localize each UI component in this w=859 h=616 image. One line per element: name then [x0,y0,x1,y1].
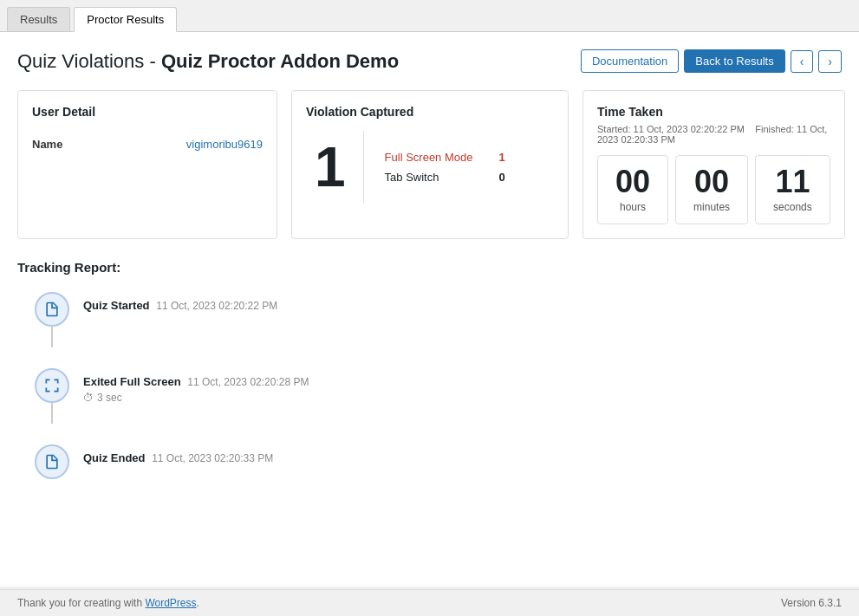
tabs-bar: Results Proctor Results [0,0,859,32]
time-minutes-label: minutes [693,201,730,213]
timeline-icon-wrap-1 [35,292,69,347]
time-taken-card-title: Time Taken [597,105,830,119]
fullscreen-label: Full Screen Mode [385,151,473,164]
started-value: 11 Oct, 2023 02:20:22 PM [634,124,745,134]
time-taken-card: Time Taken Started: 11 Oct, 2023 02:20:2… [582,90,845,239]
cards-row: User Detail Name vigimoribu9619 Violatio… [17,90,842,239]
time-seconds-value: 11 [773,166,812,198]
time-meta: Started: 11 Oct, 2023 02:20:22 PM Finish… [597,124,830,145]
timeline-content-2: Exited Full Screen 11 Oct, 2023 02:20:28… [83,368,309,404]
finished-label: Finished: [755,124,794,134]
fullscreen-count: 1 [498,151,504,164]
wordpress-link[interactable]: WordPress [145,597,196,609]
quiz-started-time: 11 Oct, 2023 02:20:22 PM [156,300,277,312]
exited-fullscreen-duration: ⏱ 3 sec [83,392,309,404]
quiz-ended-icon [35,444,69,479]
footer: Thank you for creating with WordPress. V… [0,589,859,616]
version-text: Version 6.3.1 [781,597,842,609]
user-name-row: Name vigimoribu9619 [32,131,263,158]
time-hours-label: hours [615,201,650,213]
quiz-started-icon [35,292,69,327]
timeline-line-1 [51,327,53,347]
started-label: Started: [597,124,631,134]
page-title: Quiz Violations - Quiz Proctor Addon Dem… [17,50,399,73]
tab-proctor-results[interactable]: Proctor Results [74,7,177,32]
exited-fullscreen-event: Exited Full Screen 11 Oct, 2023 02:20:28… [83,375,309,388]
violation-count: 1 [306,131,364,204]
footer-text: Thank you for creating with WordPress. [17,597,199,609]
tabswitch-count: 0 [498,171,504,184]
violation-fullscreen: Full Screen Mode 1 [385,151,505,164]
time-minutes-value: 00 [693,166,730,198]
time-boxes: 00 hours 00 minutes 11 seconds [597,155,830,224]
time-hours-value: 00 [615,166,650,198]
tab-results[interactable]: Results [7,7,70,31]
timeline-item-quiz-ended: Quiz Ended 11 Oct, 2023 02:20:33 PM [35,444,842,479]
violation-details: Full Screen Mode 1 Tab Switch 0 [385,151,505,184]
time-seconds-box: 11 seconds [755,155,830,224]
header-row: Quiz Violations - Quiz Proctor Addon Dem… [17,49,842,73]
user-detail-card-title: User Detail [32,105,263,119]
violation-card: Violation Captured 1 Full Screen Mode 1 … [291,90,569,239]
tabswitch-label: Tab Switch [385,171,439,184]
quiz-ended-event: Quiz Ended 11 Oct, 2023 02:20:33 PM [83,451,273,464]
timeline-icon-wrap-3 [35,444,69,479]
header-actions: Documentation Back to Results ‹ › [581,49,842,73]
name-label: Name [32,138,62,151]
time-seconds-label: seconds [773,201,812,213]
name-value: vigimoribu9619 [186,138,263,151]
exited-fullscreen-icon [35,368,69,403]
timeline-item-quiz-started: Quiz Started 11 Oct, 2023 02:20:22 PM [35,292,842,368]
time-minutes-box: 00 minutes [675,155,748,224]
tracking-title: Tracking Report: [17,260,842,275]
violation-card-title: Violation Captured [306,105,554,119]
timeline-line-2 [51,403,53,424]
timeline-content-1: Quiz Started 11 Oct, 2023 02:20:22 PM [83,292,277,312]
documentation-button[interactable]: Documentation [581,49,679,73]
violation-inner: 1 Full Screen Mode 1 Tab Switch 0 [306,131,554,204]
clock-icon: ⏱ [83,392,94,404]
back-to-results-button[interactable]: Back to Results [684,49,784,73]
quiz-ended-time: 11 Oct, 2023 02:20:33 PM [152,452,273,464]
quiz-started-event: Quiz Started 11 Oct, 2023 02:20:22 PM [83,299,277,312]
prev-nav-button[interactable]: ‹ [791,50,814,73]
time-hours-box: 00 hours [597,155,668,224]
timeline-content-3: Quiz Ended 11 Oct, 2023 02:20:33 PM [83,444,273,464]
next-nav-button[interactable]: › [818,50,842,73]
exited-fullscreen-time: 11 Oct, 2023 02:20:28 PM [187,376,309,388]
timeline-icon-wrap-2 [35,368,69,424]
user-detail-card: User Detail Name vigimoribu9619 [17,90,277,239]
timeline-item-exited-fullscreen: Exited Full Screen 11 Oct, 2023 02:20:28… [35,368,842,444]
timeline: Quiz Started 11 Oct, 2023 02:20:22 PM Ex… [35,292,842,479]
violation-tabswitch: Tab Switch 0 [385,171,505,184]
main-content: Quiz Violations - Quiz Proctor Addon Dem… [0,32,859,587]
